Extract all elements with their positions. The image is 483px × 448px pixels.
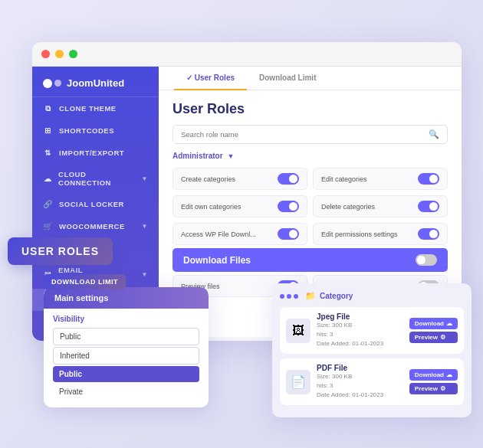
jpeg-date: Date Added: 01-01-2023 (317, 339, 403, 348)
toggle-delete-categories[interactable] (418, 201, 439, 212)
user-roles-badge: USER ROLES (8, 237, 113, 265)
vis-option-inherited[interactable]: Inherited (53, 347, 199, 365)
sidebar-label-woo: WOOCOMMERCE (59, 222, 125, 231)
search-input[interactable] (181, 130, 429, 139)
toggle-download-files[interactable] (416, 254, 437, 266)
cloud-icon: ☁ (43, 174, 52, 184)
settings-title: Main settings (54, 293, 108, 302)
settings-body: Visibility Public Inherited Public Priva… (44, 309, 209, 400)
perm-label: Edit categories (321, 175, 367, 183)
visibility-label: Visibility (53, 315, 199, 323)
file-panel-title: Category (320, 292, 353, 300)
dot-green[interactable] (69, 50, 77, 58)
toggle-edit-own[interactable] (278, 201, 299, 212)
jpeg-preview-button[interactable]: Preview ⚙ (409, 332, 458, 343)
file-info-pdf: PDF File Size: 300 KB hits: 3 Date Added… (317, 364, 403, 400)
settings-header: Main settings (44, 287, 209, 309)
perm-label: Access WP File Downl... (181, 231, 256, 238)
sidebar-label-social: SOCIAL LOCKER (59, 200, 124, 208)
shortcodes-icon: ⊞ (43, 126, 53, 136)
sidebar-item-woocommerce[interactable]: 🛒 WOOCOMMERCE ▼ (32, 215, 159, 237)
toggle-edit-categories[interactable] (418, 173, 439, 185)
dot-3 (294, 294, 298, 299)
vis-option-private[interactable]: Private (53, 384, 199, 400)
sidebar-label-import-export: IMPORT/EXPORT (59, 149, 124, 157)
file-item-pdf: 📄 PDF File Size: 300 KB hits: 3 Date Add… (280, 358, 464, 405)
sidebar-logo: JoomUnited (32, 67, 159, 97)
jpeg-actions: Download ☁ Preview ⚙ (409, 318, 458, 343)
toggle-edit-permissions[interactable] (418, 228, 439, 240)
jpeg-filename: Jpeg File (317, 312, 403, 321)
perm-delete-categories: Delete categories (313, 195, 448, 217)
sidebar-item-social-locker[interactable]: 🔗 SOCIAL LOCKER (32, 193, 159, 215)
title-bar (32, 42, 462, 67)
pdf-download-button[interactable]: Download ☁ (409, 369, 458, 381)
pdf-actions: Download ☁ Preview ⚙ (409, 369, 458, 394)
settings-panel: Main settings Visibility Public Inherite… (44, 287, 209, 407)
sidebar-item-import-export[interactable]: ⇅ IMPORT/EXPORT (32, 142, 159, 164)
dot-red[interactable] (41, 50, 50, 58)
tab-download-limit[interactable]: Download Limit (247, 67, 328, 90)
clone-theme-icon: ⧉ (43, 103, 53, 113)
vis-option-public-selected[interactable]: Public (53, 366, 199, 382)
perm-access-wp: Access WP File Downl... (172, 223, 307, 245)
admin-dropdown[interactable]: Administrator ▼ (172, 152, 448, 160)
logo-icon (43, 79, 61, 88)
pdf-size: Size: 300 KB (317, 372, 403, 381)
three-dots (280, 294, 298, 299)
download-files-label: Download Files (183, 255, 251, 266)
chevron-down-icon: ▼ (142, 175, 148, 182)
search-bar[interactable]: 🔍 (172, 125, 448, 144)
perm-create-categories: Create categories (172, 168, 307, 190)
user-roles-text: USER ROLES (21, 245, 99, 257)
woocommerce-icon: 🛒 (43, 221, 53, 231)
sidebar-label-clone-theme: CLONE THEME (59, 104, 117, 113)
toggle-create-categories[interactable] (278, 173, 299, 185)
download-files-row: Download Files (172, 248, 448, 272)
jpeg-download-button[interactable]: Download ☁ (409, 318, 458, 329)
tab-user-roles[interactable]: ✓ User Roles (174, 67, 247, 90)
file-panel-title-bar: 📁 Category (280, 291, 464, 301)
pdf-date: Date Added: 01-01-2023 (317, 391, 403, 400)
sidebar-item-clone-theme[interactable]: ⧉ CLONE THEME (32, 97, 159, 119)
download-limit-label: DOWNLOAD LIMIT (44, 274, 126, 289)
page-title: User Roles (172, 101, 448, 117)
dot-2 (287, 294, 291, 299)
perm-label: Edit permissions settings (321, 231, 398, 238)
perm-label: Create categories (181, 175, 235, 183)
file-panel: 📁 Category 🖼 Jpeg File Size: 300 KB hits… (272, 283, 472, 417)
chevron-down-icon-2: ▼ (142, 223, 148, 230)
sidebar-item-cloud-connection[interactable]: ☁ CLOUD CONNECTION ▼ (32, 164, 159, 193)
pdf-filename: PDF File (317, 364, 403, 372)
dot-yellow[interactable] (55, 50, 64, 58)
logo-text: JoomUnited (67, 77, 124, 89)
jpeg-thumbnail: 🖼 (286, 319, 310, 343)
import-export-icon: ⇅ (43, 148, 53, 158)
tabs-bar: ✓ User Roles Download Limit (159, 67, 462, 90)
perm-label: Delete categories (321, 203, 375, 211)
file-info-jpeg: Jpeg File Size: 300 KB hits: 3 Date Adde… (317, 312, 403, 348)
pdf-thumbnail: 📄 (286, 370, 310, 394)
folder-icon: 📁 (305, 291, 316, 301)
download-limit-text: DOWNLOAD LIMIT (51, 278, 118, 286)
jpeg-hits: hits: 3 (317, 330, 403, 339)
admin-label: Administrator (172, 152, 223, 160)
search-icon: 🔍 (429, 129, 439, 139)
pdf-hits: hits: 3 (317, 381, 403, 391)
perm-edit-own: Edit own categories (172, 195, 307, 217)
sidebar-item-shortcodes[interactable]: ⊞ SHORTCODES (32, 119, 159, 142)
chevron-down-icon-3: ▼ (142, 271, 148, 278)
toggle-access-wp[interactable] (278, 228, 299, 240)
perm-label: Edit own categories (181, 203, 242, 211)
jpeg-size: Size: 300 KB (317, 321, 403, 330)
sidebar-label-cloud: CLOUD CONNECTION (58, 170, 136, 187)
vis-option-public-1[interactable]: Public (53, 328, 199, 345)
permissions-grid: Create categories Edit categories Edit o… (172, 168, 448, 245)
sidebar-label-shortcodes: SHORTCODES (59, 126, 114, 135)
logo-circle-2 (54, 80, 61, 87)
social-locker-icon: 🔗 (43, 199, 53, 209)
dot-1 (280, 294, 284, 299)
pdf-preview-button[interactable]: Preview ⚙ (409, 383, 458, 394)
logo-circle-1 (43, 79, 52, 88)
perm-edit-categories: Edit categories (313, 168, 448, 190)
